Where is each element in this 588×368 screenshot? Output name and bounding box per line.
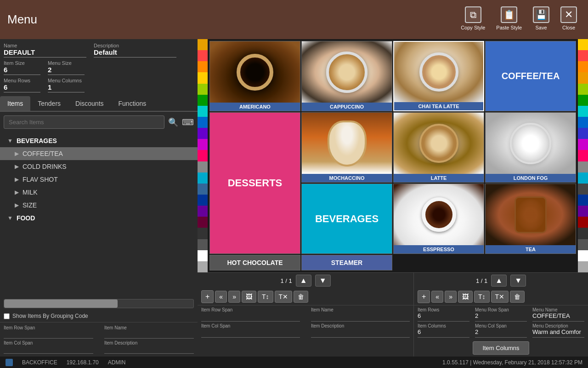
right-color-swatch[interactable] xyxy=(578,239,588,250)
right-color-swatch[interactable] xyxy=(578,172,588,184)
right-next-next-button[interactable]: » xyxy=(445,291,457,303)
item-description-value[interactable] xyxy=(104,345,194,354)
left-page-up-button[interactable]: ▲ xyxy=(296,275,311,287)
left-color-swatch[interactable] xyxy=(198,128,208,139)
add-item-button[interactable]: + xyxy=(201,290,214,303)
left-color-swatch[interactable] xyxy=(198,195,208,206)
left-color-swatch[interactable] xyxy=(198,39,208,50)
left-page-down-button[interactable]: ▼ xyxy=(315,275,331,287)
keyboard-button[interactable]: ⌨ xyxy=(182,117,194,127)
right-color-swatch[interactable] xyxy=(578,106,588,117)
tree-item-milk[interactable]: ▶ MILK xyxy=(0,186,198,199)
grid-cell-steamer[interactable]: STEAMER xyxy=(301,255,392,270)
left-color-swatch[interactable] xyxy=(198,184,208,195)
grid-cell-beverages[interactable]: BEVERAGES xyxy=(301,184,392,254)
left-color-swatch[interactable] xyxy=(198,61,208,72)
grid-cell-hot-chocolate[interactable]: HOT CHOCOLATE xyxy=(209,255,300,270)
right-color-swatch[interactable] xyxy=(578,50,588,61)
right-color-swatch[interactable] xyxy=(578,150,588,161)
show-grouping-checkbox[interactable] xyxy=(4,313,10,319)
tab-tenders[interactable]: Tenders xyxy=(30,96,68,111)
right-color-swatch[interactable] xyxy=(578,84,588,95)
copy-style-button[interactable]: ⧉ Copy Style xyxy=(457,5,489,32)
grid-cell-chai[interactable]: CHAI TEA LATTE xyxy=(393,41,484,111)
right-delete-button[interactable]: 🗑 xyxy=(510,291,525,303)
item-row-span-input[interactable] xyxy=(201,312,300,322)
grid-cell-americano[interactable]: AMERICANO xyxy=(209,41,300,111)
right-color-swatch[interactable] xyxy=(578,217,588,228)
tree-item-beverages[interactable]: ▼ BEVERAGES xyxy=(0,134,198,147)
menu-row-span-value[interactable]: 2 xyxy=(475,312,527,322)
text-format-button[interactable]: T↕ xyxy=(258,291,273,303)
next-next-button[interactable]: » xyxy=(228,291,240,303)
tree-item-flav-shot[interactable]: ▶ FLAV SHOT xyxy=(0,173,198,186)
menu-col-span-value[interactable]: 2 xyxy=(475,328,527,338)
left-color-swatch[interactable] xyxy=(198,161,208,172)
right-color-swatch[interactable] xyxy=(578,206,588,217)
grid-cell-london-fog[interactable]: LONDON FOG xyxy=(485,112,576,183)
left-color-swatch[interactable] xyxy=(198,84,208,95)
right-color-swatch[interactable] xyxy=(578,161,588,172)
right-color-swatch[interactable] xyxy=(578,228,588,239)
menu-name-value[interactable]: COFFEE/TEA xyxy=(532,312,584,322)
right-color-swatch[interactable] xyxy=(578,195,588,206)
right-color-swatch[interactable] xyxy=(578,72,588,83)
tab-discounts[interactable]: Discounts xyxy=(68,96,111,111)
tree-item-food[interactable]: ▼ FOOD xyxy=(0,212,198,224)
item-name-input[interactable] xyxy=(311,312,410,322)
right-page-down-button[interactable]: ▼ xyxy=(510,275,526,287)
left-color-swatch[interactable] xyxy=(198,206,208,217)
left-color-swatch[interactable] xyxy=(198,217,208,228)
clear-format-button[interactable]: T✕ xyxy=(275,291,293,303)
grid-cell-cappuccino[interactable]: CAPPUCCINO xyxy=(301,41,392,111)
right-add-button[interactable]: + xyxy=(418,290,430,303)
right-color-swatch[interactable] xyxy=(578,61,588,72)
image-button[interactable]: 🖼 xyxy=(242,291,256,303)
right-color-swatch[interactable] xyxy=(578,95,588,106)
tab-items[interactable]: Items xyxy=(0,96,30,111)
item-columns-button[interactable]: Item Columns xyxy=(473,341,529,355)
tree-item-size[interactable]: ▶ SIZE xyxy=(0,199,198,212)
right-color-swatch[interactable] xyxy=(578,184,588,195)
search-input[interactable] xyxy=(4,115,164,129)
item-col-span-input[interactable] xyxy=(201,328,300,338)
left-color-swatch[interactable] xyxy=(198,150,208,161)
item-row-span-value[interactable] xyxy=(4,330,93,339)
horizontal-scrollbar[interactable] xyxy=(4,299,194,308)
left-color-swatch[interactable] xyxy=(198,261,208,272)
left-color-swatch[interactable] xyxy=(198,228,208,239)
left-color-swatch[interactable] xyxy=(198,250,208,261)
right-color-swatch[interactable] xyxy=(578,250,588,261)
left-color-swatch[interactable] xyxy=(198,117,208,128)
grid-cell-tea[interactable]: TEA xyxy=(485,184,576,254)
item-rows-value[interactable]: 6 xyxy=(418,312,469,322)
prev-prev-button[interactable]: « xyxy=(215,291,227,303)
item-name-value[interactable] xyxy=(104,330,194,339)
grid-cell-latte[interactable]: LATTE xyxy=(393,112,484,183)
save-button[interactable]: 💾 Save xyxy=(529,5,553,32)
close-button[interactable]: ✕ Close xyxy=(557,5,581,32)
right-text-format-button[interactable]: T↕ xyxy=(474,291,490,303)
left-color-swatch[interactable] xyxy=(198,106,208,117)
grid-cell-esspresso[interactable]: ESSPRESSO xyxy=(393,184,484,254)
delete-button[interactable]: 🗑 xyxy=(294,291,308,303)
grid-cell-coffee-tea[interactable]: COFFEE/TEA xyxy=(485,41,576,111)
right-clear-format-button[interactable]: T✕ xyxy=(491,291,509,303)
left-color-swatch[interactable] xyxy=(198,139,208,150)
grid-cell-desserts[interactable]: DESSERTS xyxy=(209,112,300,254)
right-prev-prev-button[interactable]: « xyxy=(431,291,443,303)
paste-style-button[interactable]: 📋 Paste Style xyxy=(492,5,526,32)
right-color-swatch[interactable] xyxy=(578,261,588,272)
tree-item-cold-drinks[interactable]: ▶ COLD DRINKS xyxy=(0,160,198,173)
search-button[interactable]: 🔍 xyxy=(168,117,178,127)
right-color-swatch[interactable] xyxy=(578,39,588,50)
left-color-swatch[interactable] xyxy=(198,172,208,184)
left-color-swatch[interactable] xyxy=(198,72,208,83)
left-color-swatch[interactable] xyxy=(198,239,208,250)
right-color-swatch[interactable] xyxy=(578,139,588,150)
tab-functions[interactable]: Functions xyxy=(111,96,154,111)
item-col-span-value[interactable] xyxy=(4,345,93,354)
item-columns-value[interactable]: 6 xyxy=(418,328,469,338)
left-color-swatch[interactable] xyxy=(198,50,208,61)
right-color-swatch[interactable] xyxy=(578,117,588,128)
